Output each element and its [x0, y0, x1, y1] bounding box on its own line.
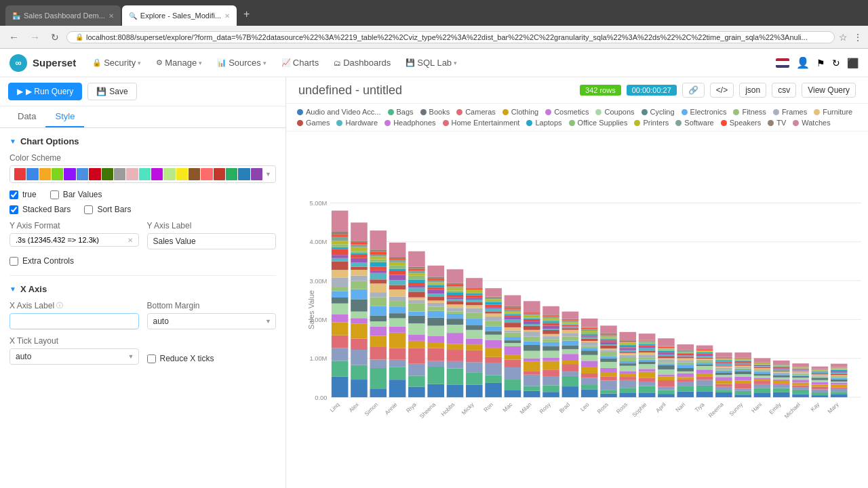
svg-rect-47: [351, 270, 368, 275]
user-icon[interactable]: 👤: [796, 56, 810, 69]
settings-icon[interactable]: ⬛: [847, 58, 859, 68]
svg-rect-620: [812, 378, 829, 378]
embed-button[interactable]: </>: [710, 83, 734, 98]
svg-rect-554: [754, 365, 771, 366]
color-scheme-control[interactable]: ▼: [9, 165, 276, 183]
view-query-button[interactable]: View Query: [802, 83, 856, 98]
bottom-margin-select[interactable]: auto 50 75 200: [147, 313, 277, 329]
svg-rect-78: [370, 257, 387, 260]
more-icon[interactable]: ⋮: [853, 32, 863, 43]
svg-rect-610: [792, 363, 809, 367]
bar-values-checkbox[interactable]: Bar Values: [50, 190, 102, 199]
tab1-close[interactable]: ✕: [108, 12, 114, 20]
svg-rect-22: [332, 277, 349, 287]
svg-text:Sheena: Sheena: [418, 401, 437, 420]
tab-data[interactable]: Data: [8, 106, 45, 127]
svg-rect-497: [715, 377, 732, 380]
svg-rect-267: [524, 319, 540, 321]
back-button[interactable]: ←: [5, 30, 22, 44]
svg-rect-171: [447, 295, 464, 298]
svg-rect-124: [408, 279, 425, 283]
nav-manage[interactable]: ⚙ Manage ▾: [149, 54, 209, 71]
app-name: Superset: [33, 57, 76, 68]
x-tick-layout-select[interactable]: auto flat staggered rotate 45 rotate 90: [9, 348, 139, 365]
svg-rect-30: [332, 241, 349, 245]
svg-rect-471: [696, 376, 713, 380]
svg-rect-109: [408, 375, 425, 386]
svg-rect-641: [831, 382, 848, 384]
svg-rect-17: [332, 314, 349, 322]
svg-rect-324: [581, 389, 598, 397]
svg-text:Micky: Micky: [460, 401, 476, 416]
y-axis-format-control[interactable]: .3s (12345.432 => 12.3k) ✕: [9, 233, 139, 247]
svg-rect-460: [677, 353, 694, 354]
svg-rect-550: [754, 369, 771, 370]
tab-style[interactable]: Style: [45, 106, 84, 127]
browser-tab-2[interactable]: 🔍 Explore - Sales_Modifi... ✕: [122, 5, 237, 26]
svg-rect-39: [351, 339, 368, 350]
run-query-button[interactable]: ▶ ▶ Run Query: [8, 83, 82, 100]
color-swatches: [14, 168, 262, 180]
y-axis-label-input[interactable]: [147, 233, 277, 249]
svg-rect-441: [658, 346, 675, 347]
url-bar[interactable]: 🔒 localhost:8088/superset/explore/?form_…: [66, 31, 835, 43]
svg-rect-122: [408, 285, 425, 288]
svg-rect-301: [562, 376, 579, 386]
nav-sources[interactable]: 📊 Sources ▾: [210, 54, 273, 71]
nav-charts[interactable]: 📈 Charts: [275, 54, 326, 71]
svg-rect-158: [447, 361, 464, 369]
x-axis-header[interactable]: ▼ X Axis: [9, 284, 276, 294]
reduce-x-ticks-checkbox[interactable]: Reduce X ticks: [147, 354, 277, 363]
json-button[interactable]: json: [739, 83, 766, 98]
svg-rect-89: [389, 327, 406, 333]
svg-rect-308: [562, 341, 579, 346]
svg-rect-77: [370, 260, 387, 262]
svg-rect-598: [792, 373, 809, 374]
legend-checkbox[interactable]: true: [9, 190, 37, 199]
new-tab-button[interactable]: +: [238, 8, 255, 20]
svg-rect-305: [562, 354, 579, 361]
save-button[interactable]: 💾 Save: [87, 83, 136, 100]
svg-rect-348: [600, 394, 617, 397]
svg-rect-18: [332, 304, 349, 314]
info-icon: ⓘ: [56, 301, 63, 310]
svg-rect-481: [696, 356, 713, 357]
svg-rect-392: [620, 341, 637, 342]
svg-rect-366: [600, 336, 617, 338]
svg-rect-282: [542, 350, 559, 358]
svg-rect-257: [524, 359, 540, 362]
svg-rect-476: [696, 363, 713, 365]
svg-rect-336: [581, 339, 598, 341]
svg-rect-583: [773, 365, 790, 365]
forward-button[interactable]: →: [26, 30, 43, 44]
star-icon[interactable]: ☆: [839, 32, 848, 43]
browser-tab-1[interactable]: 🏪 Sales Dashboard Dem... ✕: [5, 5, 121, 26]
refresh-icon[interactable]: ↻: [832, 58, 840, 68]
extra-controls-checkbox[interactable]: Extra Controls: [9, 256, 276, 266]
reload-button[interactable]: ↻: [47, 30, 62, 44]
svg-rect-117: [408, 304, 425, 312]
svg-rect-558: [754, 363, 771, 364]
svg-rect-589: [792, 390, 809, 394]
x-axis-label-input[interactable]: [9, 313, 139, 329]
nav-sqllab[interactable]: 💾 SQL Lab ▾: [399, 54, 464, 71]
stacked-bars-checkbox[interactable]: Stacked Bars: [9, 205, 71, 214]
svg-rect-430: [658, 359, 675, 362]
close-icon[interactable]: ✕: [127, 237, 133, 244]
csv-button[interactable]: csv: [772, 83, 796, 98]
svg-rect-524: [734, 369, 751, 371]
chart-options-header[interactable]: ▼ Chart Options: [9, 136, 276, 146]
sort-bars-checkbox[interactable]: Sort Bars: [84, 205, 131, 214]
svg-rect-314: [562, 326, 579, 327]
link-button[interactable]: 🔗: [682, 83, 705, 98]
svg-rect-457: [677, 356, 694, 357]
svg-rect-108: [408, 386, 425, 397]
svg-rect-72: [370, 279, 387, 283]
svg-rect-506: [715, 363, 732, 364]
nav-dashboards[interactable]: 🗂 Dashboards: [327, 54, 397, 71]
nav-security[interactable]: 🔒 Security ▾: [85, 54, 148, 71]
svg-rect-310: [562, 333, 579, 336]
svg-rect-334: [581, 342, 598, 346]
tab2-close[interactable]: ✕: [224, 12, 230, 20]
chart-legend: Audio and Video Acc...BagsBooksCamerasCl…: [286, 104, 868, 131]
